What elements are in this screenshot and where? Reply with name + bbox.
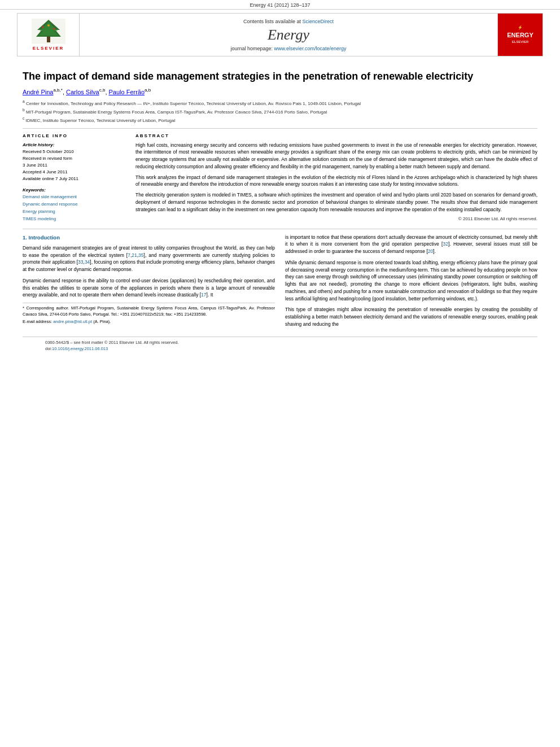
revised-label: Received in revised form xyxy=(23,155,124,162)
svg-point-6 xyxy=(47,24,50,27)
ref-17[interactable]: 17 xyxy=(201,292,206,298)
doi-label: doi: xyxy=(45,346,52,351)
elsevier-logo: ELSEVIER xyxy=(18,14,80,56)
elsevier-tree-icon xyxy=(32,19,65,44)
article-history: Article history: Received 5 October 2010… xyxy=(23,142,124,182)
svg-point-5 xyxy=(53,28,55,30)
available-date: Available online 7 July 2011 xyxy=(23,176,124,182)
energy-logo-right: ⚡ ENERGY ELSEVIER xyxy=(497,14,542,56)
body-right-col: is important to notice that these operat… xyxy=(285,234,537,332)
abstract-para-1: High fuel costs, increasing energy secur… xyxy=(135,142,537,171)
section1-title: 1. Introduction xyxy=(23,234,275,242)
affiliation-a: a Center for Innovation, Technology and … xyxy=(23,99,537,107)
homepage-line: journal homepage: www.elsevier.com/locat… xyxy=(230,46,346,51)
section1-right-para-1: is important to notice that these operat… xyxy=(285,234,537,255)
copyright: © 2011 Elsevier Ltd. All rights reserved… xyxy=(135,216,537,221)
affiliation-b: b MIT-Portugal Program, Sustainable Ener… xyxy=(23,107,537,115)
keyword-4: TIMES modeling xyxy=(23,216,124,223)
bottom-left: 0360-5442/$ – see front matter © 2011 El… xyxy=(45,339,179,352)
ref-20[interactable]: 20 xyxy=(428,248,433,254)
top-bar: Energy 41 (2012) 128–137 xyxy=(0,0,560,10)
ref-32[interactable]: 32 xyxy=(443,241,448,247)
keyword-2: Dynamic demand response xyxy=(23,201,124,208)
author-paulo-sup: a,b xyxy=(145,88,151,93)
abstract-text: High fuel costs, increasing energy secur… xyxy=(135,142,537,213)
article-title: The impact of demand side management str… xyxy=(23,70,537,83)
footnote-corresponding: * Corresponding author. MIT-Portugal Pro… xyxy=(23,305,275,317)
journal-title: Energy xyxy=(268,27,309,43)
email-label: E-mail address: xyxy=(23,319,53,324)
page: Energy 41 (2012) 128–137 ELSEVIER Conten… xyxy=(0,0,560,747)
ref-7[interactable]: 7 xyxy=(128,252,130,258)
keyword-1: Demand side management xyxy=(23,194,124,201)
svg-rect-1 xyxy=(47,37,50,42)
body-section: 1. Introduction Demand side management s… xyxy=(23,234,537,332)
section1-para-1: Demand side management strategies are of… xyxy=(23,244,275,273)
sciencedirect-line: Contents lists available at ScienceDirec… xyxy=(243,19,334,24)
energy-badge: ⚡ ENERGY ELSEVIER xyxy=(507,25,533,45)
received-date: Received 5 October 2010 xyxy=(23,148,124,155)
ref-34[interactable]: 34 xyxy=(85,259,90,265)
keywords-label: Keywords: xyxy=(23,187,124,194)
history-label: Article history: xyxy=(23,142,124,148)
section1-para-2: Dynamic demand response is the ability t… xyxy=(23,277,275,299)
abstract-para-3: The electricity generation system is mod… xyxy=(135,191,537,213)
journal-header: ELSEVIER Contents lists available at Sci… xyxy=(17,13,543,56)
section1-right-para-3: This type of strategies might allow incr… xyxy=(285,306,537,327)
keyword-link-2[interactable]: Dynamic demand response xyxy=(23,202,77,207)
journal-center: Contents lists available at ScienceDirec… xyxy=(80,15,497,55)
section1-right-para-2: While dynamic demand response is more or… xyxy=(285,259,537,303)
author-carlos-silva[interactable]: Carlos Silva xyxy=(66,89,99,95)
divider-1 xyxy=(23,128,537,129)
doi-line: doi:10.1016/j.energy.2011.06.013 xyxy=(45,346,179,352)
article-info-header: ARTICLE INFO xyxy=(23,133,124,138)
keyword-link-3[interactable]: Energy planning xyxy=(23,209,55,214)
main-content: The impact of demand side management str… xyxy=(0,60,560,360)
energy-badge-text: ENERGY xyxy=(507,31,533,39)
keyword-link-1[interactable]: Demand side management xyxy=(23,194,77,199)
email-link[interactable]: andre.pina@ist.utl.pt xyxy=(53,319,92,324)
article-info-abstract-section: ARTICLE INFO Article history: Received 5… xyxy=(23,133,537,223)
bottom-bar: 0360-5442/$ – see front matter © 2011 El… xyxy=(23,337,537,355)
author-andre-pina[interactable]: André Pina xyxy=(23,89,53,95)
accepted-date: Accepted 4 June 2011 xyxy=(23,169,124,176)
abstract-header: ABSTRACT xyxy=(135,133,537,138)
ref-35[interactable]: 35 xyxy=(138,252,143,258)
keywords-block: Keywords: Demand side management Dynamic… xyxy=(23,187,124,223)
divider-2 xyxy=(23,229,537,229)
author-andre-sup: a,b,* xyxy=(53,88,62,93)
svg-point-4 xyxy=(42,26,44,28)
authors-line: André Pinaa,b,*, Carlos Silvac,b, Paulo … xyxy=(23,88,537,95)
keyword-link-4[interactable]: TIMES modeling xyxy=(23,216,56,221)
journal-citation: Energy 41 (2012) 128–137 xyxy=(250,2,310,8)
affiliations: a Center for Innovation, Technology and … xyxy=(23,99,537,124)
revised-date: 3 June 2011 xyxy=(23,162,124,169)
body-left-col: 1. Introduction Demand side management s… xyxy=(23,234,275,332)
sciencedirect-label: Contents lists available at xyxy=(243,19,303,24)
abstract-col: ABSTRACT High fuel costs, increasing ene… xyxy=(135,133,537,223)
issn-line: 0360-5442/$ – see front matter © 2011 El… xyxy=(45,339,179,346)
homepage-label: journal homepage: xyxy=(230,46,274,51)
sciencedirect-link[interactable]: ScienceDirect xyxy=(303,19,334,24)
footnote-area: * Corresponding author. MIT-Portugal Pro… xyxy=(23,303,275,325)
abstract-para-2: This work analyzes the impact of demand … xyxy=(135,174,537,189)
email-suffix: (A. Pina). xyxy=(92,319,111,324)
author-paulo-ferrao[interactable]: Paulo Ferrão xyxy=(109,89,145,95)
affiliation-c: c IDMEC, Instituto Superior Técnico, Tec… xyxy=(23,116,537,124)
footnote-email: E-mail address: andre.pina@ist.utl.pt (A… xyxy=(23,319,275,325)
homepage-link[interactable]: www.elsevier.com/locate/energy xyxy=(274,46,347,51)
ref-21[interactable]: 21 xyxy=(132,252,137,258)
ref-33[interactable]: 33 xyxy=(78,259,83,265)
doi-link[interactable]: 10.1016/j.energy.2011.06.013 xyxy=(52,346,108,351)
corresponding-label: Corresponding xyxy=(27,305,54,311)
keyword-3: Energy planning xyxy=(23,208,124,216)
elsevier-text: ELSEVIER xyxy=(33,46,64,51)
author-carlos-sup: c,b xyxy=(99,88,106,93)
article-info-col: ARTICLE INFO Article history: Received 5… xyxy=(23,133,124,223)
